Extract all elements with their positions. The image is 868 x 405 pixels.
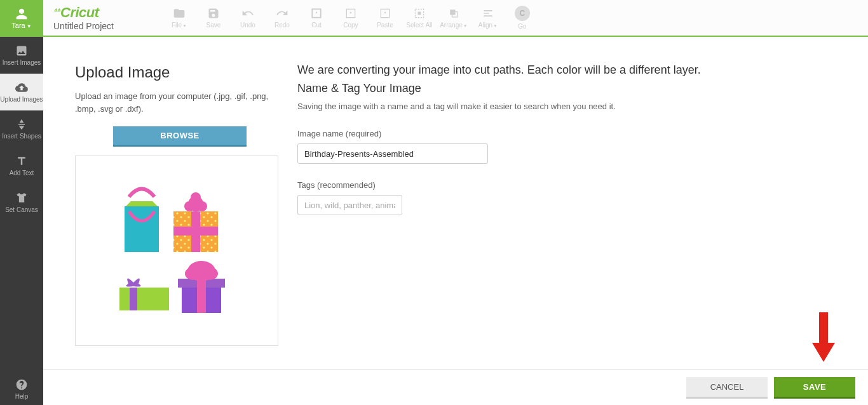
upload-panel: Upload Image Upload an image from your c… <box>75 63 285 346</box>
chevron-down-icon: ▼ <box>493 23 498 28</box>
svg-rect-20 <box>130 288 137 310</box>
text-icon <box>15 155 28 168</box>
sidebar-item-set-canvas[interactable]: Set Canvas <box>0 184 43 221</box>
sidebar-label: Add Text <box>10 169 34 176</box>
sidebar-label: Insert Images <box>3 59 41 66</box>
align-menu[interactable]: Align▼ <box>471 0 505 36</box>
brand-block: ᐞᐞCricut Untitled Project <box>43 0 124 36</box>
user-name: Tara <box>11 22 25 29</box>
sidebar-item-upload-images[interactable]: Upload Images <box>0 74 43 110</box>
paste-icon <box>379 7 391 20</box>
image-icon <box>15 44 28 57</box>
chevron-down-icon: ▼ <box>182 23 187 28</box>
tags-input[interactable] <box>297 195 402 215</box>
sidebar-item-add-text[interactable]: Add Text <box>0 147 43 184</box>
cut-button[interactable]: Cut <box>299 0 334 36</box>
redo-button[interactable]: Redo <box>265 0 299 36</box>
chevron-down-icon: ▼ <box>27 23 32 29</box>
undo-button[interactable]: Undo <box>231 0 265 36</box>
svg-point-18 <box>191 192 201 202</box>
save-hint: Saving the image with a name and a tag w… <box>297 102 836 111</box>
tags-label: Tags (recommended) <box>297 180 836 190</box>
convert-message: We are converting your image into cut pa… <box>297 63 836 77</box>
sidebar-label: Insert Shapes <box>2 133 41 140</box>
cloud-upload-icon <box>15 81 28 94</box>
image-name-label: Image name (required) <box>297 129 836 138</box>
arrange-menu[interactable]: Arrange▼ <box>437 0 471 36</box>
left-sidebar: Tara▼ Insert Images Upload Images Insert… <box>0 0 43 405</box>
shapes-icon <box>15 118 28 131</box>
save-icon <box>207 7 220 20</box>
align-icon <box>482 7 494 20</box>
svg-rect-19 <box>119 288 169 310</box>
svg-rect-7 <box>417 12 421 15</box>
svg-marker-1 <box>315 11 317 13</box>
help-label: Help <box>15 393 29 400</box>
top-toolbar: ᐞᐞCricut Untitled Project File▼ Save Und… <box>43 0 868 37</box>
brand-logo: ᐞᐞCricut <box>53 4 114 21</box>
sidebar-label: Upload Images <box>0 96 43 103</box>
arrange-icon <box>447 7 460 20</box>
sidebar-item-insert-shapes[interactable]: Insert Shapes <box>0 110 43 147</box>
project-title: Untitled Project <box>53 21 114 31</box>
upload-description: Upload an image from your computer (.jpg… <box>75 90 285 115</box>
profile-button[interactable]: Tara▼ <box>0 0 43 37</box>
svg-point-25 <box>185 267 200 280</box>
svg-rect-23 <box>197 279 206 313</box>
save-button[interactable]: SAVE <box>774 377 855 399</box>
svg-point-17 <box>197 201 207 211</box>
svg-point-26 <box>203 267 218 280</box>
name-tag-heading: Name & Tag Your Image <box>297 82 836 95</box>
select-all-icon <box>413 7 426 20</box>
redo-icon <box>276 7 288 20</box>
chevron-down-icon: ▼ <box>463 23 468 28</box>
svg-point-16 <box>184 201 194 211</box>
preview-svg <box>107 181 247 321</box>
copy-button[interactable]: Copy <box>334 0 368 36</box>
main-content: Upload Image Upload an image from your c… <box>43 38 868 369</box>
file-menu[interactable]: File▼ <box>162 0 196 36</box>
undo-icon <box>241 7 254 20</box>
svg-rect-8 <box>450 10 455 15</box>
browse-button[interactable]: BROWSE <box>113 126 247 147</box>
paste-button[interactable]: Paste <box>368 0 402 36</box>
sidebar-help[interactable]: Help <box>0 373 43 405</box>
form-panel: We are converting your image into cut pa… <box>285 63 836 346</box>
tshirt-icon <box>15 192 28 204</box>
toolbar-buttons: File▼ Save Undo Redo Cut Copy Paste Sel <box>162 0 539 36</box>
image-name-input[interactable] <box>297 143 488 164</box>
select-all-button[interactable]: Select All <box>402 0 437 36</box>
cut-icon <box>310 7 323 20</box>
sidebar-item-insert-images[interactable]: Insert Images <box>0 37 43 74</box>
go-button[interactable]: C Go <box>505 0 539 36</box>
svg-marker-5 <box>384 11 386 13</box>
folder-icon <box>173 7 186 20</box>
help-icon <box>15 378 28 391</box>
copy-icon <box>344 7 357 20</box>
svg-rect-14 <box>173 227 218 236</box>
footer-bar: CANCEL SAVE <box>43 369 868 405</box>
image-preview <box>75 156 278 346</box>
sidebar-label: Set Canvas <box>5 206 38 213</box>
upload-heading: Upload Image <box>75 63 285 81</box>
svg-marker-3 <box>349 11 351 13</box>
save-button[interactable]: Save <box>196 0 231 36</box>
user-icon <box>15 8 28 20</box>
cancel-button[interactable]: CANCEL <box>686 377 768 399</box>
go-circle-icon: C <box>515 6 530 21</box>
